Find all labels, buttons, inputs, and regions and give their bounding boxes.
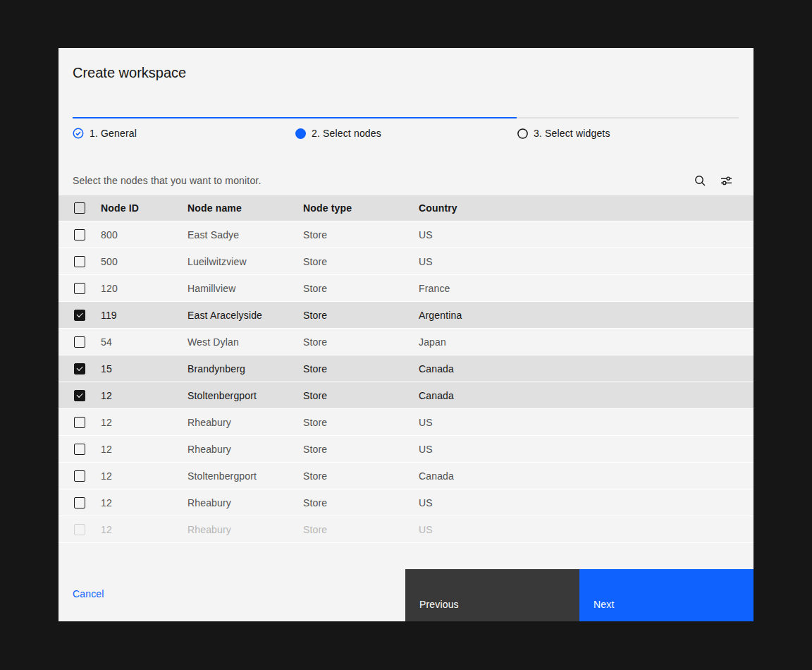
- cell-country: Japan: [419, 336, 753, 348]
- create-workspace-modal: Create workspace 1. General: [59, 48, 753, 621]
- progress-indicator: 1. General 2. Select nodes: [73, 117, 739, 148]
- step-general[interactable]: 1. General: [73, 117, 295, 148]
- cell-node-id: 15: [101, 363, 187, 374]
- cell-node-type: Store: [303, 497, 419, 508]
- cell-node-type: Store: [303, 390, 419, 401]
- cell-node-type: Store: [303, 363, 419, 374]
- table-row[interactable]: 119East AracelysideStoreArgentina: [59, 302, 753, 329]
- cell-node-name: Rheabury: [187, 497, 303, 508]
- table-description: Select the nodes that you want to monito…: [73, 165, 261, 195]
- cell-node-id: 12: [101, 417, 187, 428]
- cell-country: US: [419, 524, 753, 535]
- row-checkbox[interactable]: [74, 256, 85, 267]
- cell-node-name: Lueilwitzview: [187, 256, 303, 267]
- step-label: 2. Select nodes: [312, 128, 381, 139]
- search-icon: [694, 175, 706, 187]
- row-checkbox[interactable]: [74, 229, 85, 240]
- table-row[interactable]: 15BrandynbergStoreCanada: [59, 355, 753, 382]
- cell-node-name: Hamillview: [187, 283, 303, 294]
- row-checkbox[interactable]: [74, 444, 85, 455]
- filled-circle-icon: [295, 128, 306, 139]
- row-checkbox[interactable]: [74, 524, 85, 535]
- cell-node-name: Stoltenbergport: [187, 470, 303, 482]
- row-checkbox-cell: [59, 229, 101, 240]
- cell-node-id: 120: [101, 283, 187, 294]
- cell-node-type: Store: [303, 444, 419, 455]
- table-row[interactable]: 12StoltenbergportStoreCanada: [59, 463, 753, 489]
- row-checkbox[interactable]: [74, 390, 85, 401]
- cell-node-type: Store: [303, 336, 419, 348]
- filter-button[interactable]: [715, 169, 737, 192]
- cell-node-type: Store: [303, 310, 419, 321]
- cell-node-name: East Aracelyside: [187, 310, 303, 321]
- table-row[interactable]: 12RheaburyStoreUS: [59, 436, 753, 463]
- cell-node-name: Brandynberg: [187, 363, 303, 374]
- row-checkbox[interactable]: [74, 470, 85, 482]
- cell-node-id: 54: [101, 336, 187, 348]
- step-select-nodes[interactable]: 2. Select nodes: [295, 117, 517, 148]
- cell-country: US: [419, 417, 753, 428]
- step-progress-line: [517, 117, 739, 118]
- select-all-checkbox[interactable]: [74, 202, 85, 214]
- cell-node-id: 800: [101, 229, 187, 240]
- step-select-widgets[interactable]: 3. Select widgets: [517, 117, 739, 148]
- cell-node-type: Store: [303, 283, 419, 294]
- step-progress-line: [295, 117, 517, 118]
- row-checkbox-cell: [59, 444, 101, 455]
- column-header-node-name[interactable]: Node name: [187, 202, 303, 214]
- cell-country: US: [419, 444, 753, 455]
- search-button[interactable]: [689, 169, 711, 192]
- row-checkbox-cell: [59, 256, 101, 267]
- outline-circle-icon: [517, 128, 528, 139]
- cell-node-type: Store: [303, 256, 419, 267]
- table-body: 800East SadyeStoreUS500LueilwitzviewStor…: [59, 221, 753, 543]
- row-checkbox[interactable]: [74, 417, 85, 428]
- row-checkbox-cell: [59, 336, 101, 348]
- cell-node-id: 12: [101, 470, 187, 482]
- step-progress-line: [73, 117, 295, 118]
- column-header-node-type[interactable]: Node type: [303, 202, 419, 214]
- table-row[interactable]: 120HamillviewStoreFrance: [59, 275, 753, 302]
- cell-node-id: 12: [101, 390, 187, 401]
- row-checkbox[interactable]: [74, 310, 85, 321]
- row-checkbox[interactable]: [74, 497, 85, 508]
- cell-node-id: 12: [101, 497, 187, 508]
- step-label: 3. Select widgets: [534, 128, 610, 139]
- page: { "modal": { "title": "Create workspace"…: [0, 0, 812, 670]
- cell-country: France: [419, 283, 753, 294]
- table-row[interactable]: 12RheaburyStoreUS: [59, 409, 753, 436]
- row-checkbox-cell: [59, 390, 101, 401]
- table-row[interactable]: 54West DylanStoreJapan: [59, 329, 753, 355]
- cell-node-id: 12: [101, 444, 187, 455]
- row-checkbox[interactable]: [74, 336, 85, 348]
- step-label: 1. General: [90, 128, 137, 139]
- cell-node-type: Store: [303, 524, 419, 535]
- table-row[interactable]: 12RheaburyStoreUS: [59, 516, 753, 543]
- cell-node-name: Rheabury: [187, 444, 303, 455]
- cell-node-type: Store: [303, 417, 419, 428]
- cell-node-name: West Dylan: [187, 336, 303, 348]
- nodes-table: Node ID Node name Node type Country 800E…: [59, 195, 753, 543]
- cell-country: US: [419, 497, 753, 508]
- row-checkbox-cell: [59, 497, 101, 508]
- modal-footer: Cancel Previous Next: [59, 569, 753, 621]
- cell-country: Canada: [419, 390, 753, 401]
- row-checkbox[interactable]: [74, 283, 85, 294]
- table-row[interactable]: 800East SadyeStoreUS: [59, 221, 753, 248]
- table-row[interactable]: 12RheaburyStoreUS: [59, 489, 753, 516]
- row-checkbox[interactable]: [74, 363, 85, 374]
- cancel-link[interactable]: Cancel: [73, 588, 104, 599]
- table-toolbar: Select the nodes that you want to monito…: [59, 165, 753, 195]
- column-header-country[interactable]: Country: [419, 202, 753, 214]
- cell-node-name: Rheabury: [187, 524, 303, 535]
- cell-node-id: 12: [101, 524, 187, 535]
- cell-country: US: [419, 256, 753, 267]
- next-button[interactable]: Next: [579, 569, 753, 621]
- cell-country: Canada: [419, 363, 753, 374]
- cell-node-name: Rheabury: [187, 417, 303, 428]
- column-header-node-id[interactable]: Node ID: [101, 202, 187, 214]
- table-row[interactable]: 500LueilwitzviewStoreUS: [59, 248, 753, 275]
- table-row[interactable]: 12StoltenbergportStoreCanada: [59, 382, 753, 409]
- cell-country: Argentina: [419, 310, 753, 321]
- previous-button[interactable]: Previous: [405, 569, 579, 621]
